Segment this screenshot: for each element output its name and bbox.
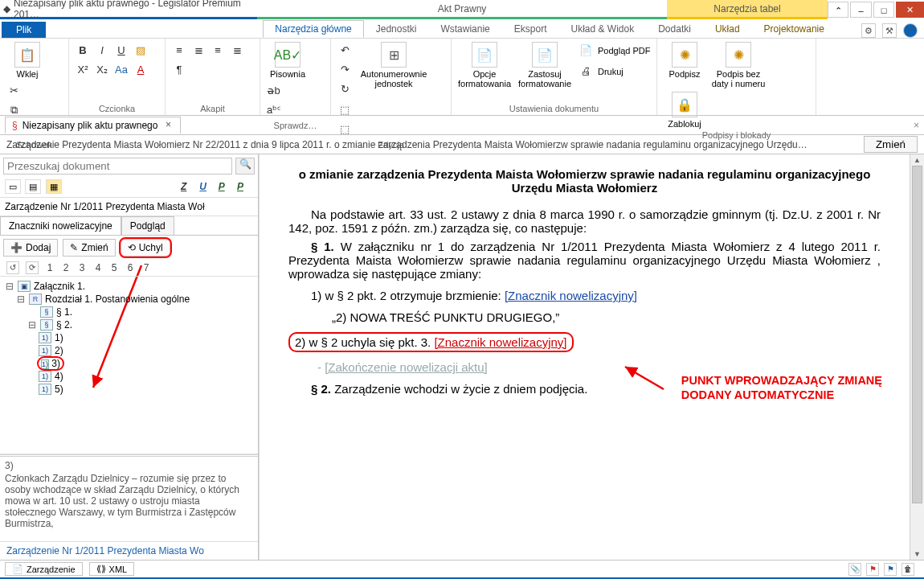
context-title: Akt Prawny: [257, 0, 667, 19]
page-4[interactable]: 4: [93, 262, 103, 273]
tab-table-design[interactable]: Projektowanie: [752, 20, 836, 38]
pdf-preview-button[interactable]: 📄Podgląd PDF: [577, 42, 650, 60]
related-doc-link[interactable]: Zarządzenie Nr 1/2011 Prezydenta Miasta …: [0, 541, 258, 560]
tab-export[interactable]: Eksport: [502, 20, 559, 38]
view-mode-3[interactable]: ▦: [46, 179, 62, 194]
sign-nodate-button[interactable]: ✺ Podpis bez daty i numeru: [710, 42, 767, 88]
replace-button[interactable]: ⬚: [336, 121, 354, 138]
doc-tabs-close-all[interactable]: ×: [914, 120, 919, 131]
doc-tab-close-icon[interactable]: ×: [162, 120, 174, 131]
filter-u[interactable]: U: [199, 181, 215, 192]
close-button[interactable]: ✕: [896, 2, 924, 18]
case-button[interactable]: Aa: [112, 61, 130, 79]
tab-main-tools[interactable]: Narzędzia główne: [263, 20, 363, 38]
lock-button[interactable]: 🔒 Zablokuj: [662, 92, 707, 129]
underline-button[interactable]: U: [112, 42, 130, 60]
format-options-button[interactable]: 📄 Opcje formatowania: [456, 42, 513, 88]
superscript-button[interactable]: X²: [74, 61, 92, 79]
highlight-button[interactable]: ▨: [132, 42, 149, 60]
search-button[interactable]: 🔍: [235, 158, 255, 175]
spellcheck-button[interactable]: AB✓ Pisownia: [265, 42, 310, 79]
page-3[interactable]: 3: [77, 262, 87, 273]
scroll-up-icon[interactable]: ▲: [910, 154, 924, 166]
vertical-scrollbar[interactable]: ▲ ▼: [910, 154, 924, 560]
tree-pt1[interactable]: 1)1): [5, 331, 255, 344]
tree-attachment[interactable]: ⊟▣Załącznik 1.: [5, 280, 255, 293]
minimize-button[interactable]: –: [850, 2, 871, 18]
help-icon[interactable]: ?: [903, 23, 918, 38]
tab-insert[interactable]: Wstawianie: [428, 20, 501, 38]
undo-button[interactable]: ↶: [336, 42, 354, 60]
tree-pt3[interactable]: 1) 3): [5, 357, 255, 370]
repeat-button[interactable]: ↻: [336, 80, 354, 98]
scroll-thumb[interactable]: [912, 166, 922, 503]
marker-link-2[interactable]: [Znacznik nowelizacyjny]: [434, 335, 566, 349]
cut-icon[interactable]: ✂: [5, 82, 22, 100]
file-tab[interactable]: Plik: [2, 22, 46, 38]
settings-icon[interactable]: ⚙: [861, 23, 876, 38]
flag2-icon[interactable]: ⚑: [884, 563, 897, 576]
tree-s1[interactable]: §§ 1.: [5, 306, 255, 318]
thesaurus-icon[interactable]: a̶b: [265, 82, 283, 100]
page-7[interactable]: 7: [141, 262, 151, 273]
view-mode-1[interactable]: ▭: [5, 179, 21, 194]
align-justify-button[interactable]: ≣: [228, 42, 246, 60]
autonumber-button[interactable]: ⊞ Autonumerownie jednostek: [357, 42, 431, 88]
page-5[interactable]: 5: [109, 262, 119, 273]
history-icon[interactable]: ↺: [6, 261, 19, 274]
print-button[interactable]: 🖨Drukuj: [577, 63, 650, 80]
scroll-down-icon[interactable]: ▼: [910, 548, 924, 560]
tab-table-layout[interactable]: Układ: [703, 20, 752, 38]
edit-button[interactable]: ✎Zmień: [63, 239, 115, 257]
paste-button[interactable]: 📋 Wklej: [5, 42, 50, 79]
trash-icon[interactable]: 🗑: [902, 563, 914, 576]
align-right-button[interactable]: ≡: [209, 42, 227, 60]
add-button[interactable]: ➕Dodaj: [3, 239, 58, 257]
view-tab-xml[interactable]: ⟪⟫XML: [89, 562, 135, 576]
view-tab-doc[interactable]: 📄Zarządzenie: [5, 562, 83, 576]
repeal-button[interactable]: ⟲Uchyl: [121, 239, 170, 257]
redo-button[interactable]: ↷: [336, 61, 354, 79]
tools-icon[interactable]: ⚒: [882, 23, 897, 38]
desc-body: Członkach Zarządu Dzielnicy – rozumie si…: [5, 473, 253, 529]
tree-pt5[interactable]: 1)5): [5, 383, 255, 396]
subscript-button[interactable]: X₂: [93, 61, 111, 79]
apply-format-button[interactable]: 📄 Zastosuj formatowanie: [516, 42, 574, 88]
tab-layout-view[interactable]: Układ & Widok: [558, 20, 646, 38]
tree-pt2[interactable]: 1)2): [5, 344, 255, 357]
para-mark-button[interactable]: ¶: [170, 61, 188, 79]
subtab-markers[interactable]: Znaczniki nowelizacyjne: [0, 216, 121, 235]
page-1[interactable]: 1: [45, 262, 55, 273]
refresh-icon[interactable]: ⟳: [26, 261, 39, 274]
tree-pt4[interactable]: 1)4): [5, 370, 255, 383]
tree-s2[interactable]: ⊟§§ 2.: [5, 318, 255, 331]
align-left-button[interactable]: ≡: [170, 42, 188, 60]
tab-units[interactable]: Jednostki: [364, 20, 429, 38]
view-mode-2[interactable]: ▤: [25, 179, 41, 194]
sign-button[interactable]: ✺ Podpisz: [662, 42, 707, 79]
filter-z[interactable]: Z: [181, 181, 197, 192]
document-tab[interactable]: § Niezapisany plik aktu prawnego ×: [5, 117, 181, 133]
tab-addons[interactable]: Dodatki: [646, 20, 703, 38]
bold-button[interactable]: B: [74, 42, 92, 60]
page-6[interactable]: 6: [125, 262, 135, 273]
ribbon-toggle-icon[interactable]: ⌃: [828, 2, 848, 18]
filter-p[interactable]: P: [219, 181, 235, 192]
maximize-button[interactable]: □: [873, 2, 894, 18]
font-color-button[interactable]: A: [132, 61, 149, 79]
end-link[interactable]: [Zakończenie nowelizacji aktu]: [325, 360, 488, 374]
research-icon[interactable]: aᵇᶜ: [265, 101, 283, 119]
marker-link-1[interactable]: [Znacznik nowelizacyjny]: [505, 289, 637, 302]
italic-button[interactable]: I: [93, 42, 111, 60]
flag1-icon[interactable]: ⚑: [866, 563, 879, 576]
tree-chapter[interactable]: ⊟RRozdział 1. Postanowienia ogólne: [5, 293, 255, 306]
search-input[interactable]: [3, 158, 232, 175]
annotation-text: PUNKT WPROWADZAJĄCY ZMIANĘ DODANY AUTOMA…: [681, 373, 882, 402]
page-2[interactable]: 2: [61, 262, 71, 273]
attach-icon[interactable]: 📎: [848, 563, 861, 576]
change-button[interactable]: Zmień: [864, 136, 918, 153]
filter-p2[interactable]: P: [237, 181, 253, 192]
find-button[interactable]: ⬚: [336, 101, 354, 119]
subtab-preview[interactable]: Podgląd: [121, 216, 174, 235]
align-center-button[interactable]: ≣: [190, 42, 207, 60]
